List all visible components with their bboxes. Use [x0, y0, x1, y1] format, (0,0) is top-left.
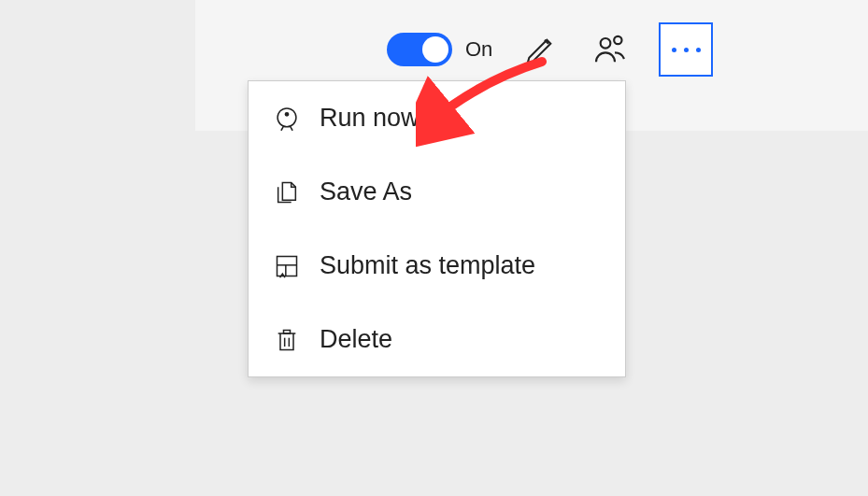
svg-rect-4 [277, 256, 297, 276]
toolbar: On [387, 22, 713, 77]
menu-item-label: Submit as template [320, 251, 535, 280]
svg-point-3 [285, 112, 288, 115]
toggle-knob [422, 36, 448, 63]
menu-item-label: Run now [320, 104, 420, 133]
menu-item-save-as[interactable]: Save As [249, 155, 625, 229]
svg-point-1 [615, 36, 622, 44]
flow-toggle-wrap: On [387, 33, 492, 66]
more-actions-menu: Run now Save As Submit as template [248, 80, 626, 377]
copy-icon [273, 178, 301, 206]
template-icon [273, 252, 301, 280]
menu-item-delete[interactable]: Delete [249, 303, 625, 376]
ellipsis-icon [672, 48, 701, 52]
people-icon [591, 31, 629, 68]
menu-item-run-now[interactable]: Run now [249, 81, 625, 155]
menu-item-label: Delete [320, 325, 392, 354]
svg-point-2 [277, 107, 296, 126]
flow-toggle[interactable] [387, 33, 452, 66]
toggle-label: On [465, 37, 492, 62]
trash-icon [273, 326, 301, 354]
menu-item-submit-template[interactable]: Submit as template [249, 229, 625, 303]
edit-button[interactable] [520, 29, 562, 70]
svg-point-0 [601, 38, 611, 49]
pencil-icon [523, 32, 559, 67]
more-actions-button[interactable] [659, 22, 713, 77]
menu-item-label: Save As [320, 177, 412, 206]
run-icon [273, 105, 301, 133]
share-button[interactable] [590, 29, 631, 70]
